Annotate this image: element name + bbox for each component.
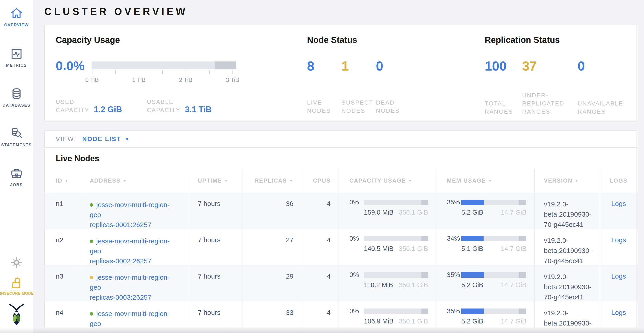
under-replicated-ranges-count: 37: [522, 59, 578, 74]
live-nodes-count: 8: [307, 59, 342, 74]
page-title: CLUSTER OVERVIEW: [44, 5, 637, 18]
node-replicas: 27: [242, 229, 302, 266]
sidebar-item-databases[interactable]: DATABASES: [0, 87, 33, 108]
table-row: n1 jesse-movr-multi-region-georeplicas-0…: [45, 193, 636, 229]
unavailable-ranges-count: 0: [578, 59, 636, 74]
tick-label: 3 TiB: [226, 77, 239, 84]
node-uptime: 7 hours: [189, 265, 242, 302]
column-header-mem-usage[interactable]: MEM USAGE▼: [436, 169, 535, 193]
dead-nodes-count: 0: [376, 59, 410, 74]
tick-label: 0 TiB: [85, 77, 98, 84]
node-mem-usage: 35% 5.2 GiB14.7 GiB: [436, 193, 535, 230]
node-mem-usage: 35% 5.2 GiB14.7 GiB: [436, 301, 535, 328]
capacity-percent: 0.0%: [56, 59, 92, 73]
column-header-logs: LOGS: [600, 169, 637, 193]
node-version: v19.2.0- beta.20190930- 70-g445ec41: [535, 265, 600, 302]
column-header-capacity-usage[interactable]: CAPACITY USAGE▼: [339, 169, 436, 193]
settings-button[interactable]: [0, 256, 33, 269]
capacity-bar: [364, 308, 428, 314]
node-logs-cell: Logs: [600, 265, 637, 302]
mem-total: 14.7 GiB: [501, 245, 526, 252]
insecure-mode-indicator[interactable]: INSECURE MODE: [0, 276, 33, 296]
mem-total: 14.7 GiB: [501, 281, 526, 289]
mem-bar: [461, 200, 526, 205]
column-header-replicas[interactable]: REPLICAS▼: [242, 169, 302, 193]
mem-bar: [461, 272, 526, 278]
node-capacity-usage: 0% 159.0 MiB350.1 GiB: [339, 193, 436, 230]
sort-arrow-icon: ▼: [289, 179, 294, 183]
main-content: CLUSTER OVERVIEW Capacity Usage 0.0%: [33, 0, 644, 333]
table-row: n2 jesse-movr-multi-region-georeplicas-0…: [45, 229, 636, 265]
node-address-cell: jesse-movr-multi-region-georeplicas-0004…: [80, 301, 189, 328]
node-logs-cell: Logs: [600, 301, 637, 328]
capacity-bar: [364, 200, 428, 205]
logs-link[interactable]: Logs: [611, 236, 626, 244]
node-status-dot: [90, 239, 93, 243]
logs-link[interactable]: Logs: [611, 200, 626, 207]
capacity-percent: 0%: [350, 235, 362, 242]
sidebar-item-label: JOBS: [0, 183, 33, 187]
sidebar-item-metrics[interactable]: METRICS: [0, 47, 33, 68]
sort-arrow-icon: ▼: [575, 179, 579, 183]
live-nodes-heading: Live Nodes: [56, 154, 636, 163]
node-mem-usage: 34% 5.1 GiB14.7 GiB: [436, 229, 535, 266]
column-header-version[interactable]: VERSION▼: [535, 169, 600, 193]
metrics-icon: [10, 47, 23, 61]
node-mem-usage: 35% 5.2 GiB14.7 GiB: [436, 265, 535, 302]
node-uptime: 7 hours: [189, 193, 242, 230]
view-dropdown[interactable]: NODE LIST ▼: [82, 136, 130, 143]
node-address-link[interactable]: jesse-movr-multi-region-georeplicas-0001…: [90, 201, 170, 228]
total-ranges-count: 100: [485, 59, 522, 74]
sidebar-item-jobs[interactable]: JOBS: [0, 167, 33, 187]
usable-capacity-label: USABLE CAPACITY: [147, 98, 180, 114]
capacity-usage-title: Capacity Usage: [56, 35, 307, 45]
node-address-cell: jesse-movr-multi-region-georeplicas-0003…: [80, 265, 189, 302]
logs-link[interactable]: Logs: [611, 309, 626, 316]
gear-icon: [10, 256, 23, 269]
chevron-down-icon: ▼: [125, 136, 130, 142]
capacity-used: 110.2 MiB: [364, 281, 393, 289]
dead-nodes-label: DEAD NODES: [376, 98, 410, 115]
used-capacity-label: USED CAPACITY: [56, 98, 89, 114]
node-capacity-usage: 0% 140.5 MiB350.1 GiB: [339, 229, 436, 266]
mem-used: 5.2 GiB: [461, 209, 483, 216]
mem-percent: 34%: [447, 235, 460, 242]
live-nodes-label: LIVE NODES: [307, 98, 342, 115]
used-capacity: USED CAPACITY 1.2 GiB: [56, 98, 147, 114]
mem-bar: [461, 236, 526, 241]
node-uptime: 7 hours: [189, 301, 242, 328]
sort-arrow-icon: ▼: [408, 179, 412, 183]
capacity-gauge: 0.0% 0 TiB 1 TiB 2 TiB: [56, 59, 307, 83]
node-address-cell: jesse-movr-multi-region-georeplicas-0001…: [80, 193, 189, 230]
node-address-link[interactable]: jesse-movr-multi-region-georeplicas-0002…: [90, 237, 170, 265]
capacity-percent: 0%: [350, 307, 362, 315]
node-address-cell: jesse-movr-multi-region-georeplicas-0002…: [80, 229, 189, 266]
unavailable-ranges-label: UNAVAILABLE RANGES: [578, 99, 636, 116]
usable-capacity-value: 3.1 TiB: [185, 105, 212, 114]
capacity-total: 350.1 GiB: [399, 281, 428, 289]
sidebar-item-statements[interactable]: STATEMENTS: [0, 127, 33, 147]
column-header-address[interactable]: ADDRESS▼: [80, 169, 189, 193]
column-header-id[interactable]: ID▼: [45, 169, 80, 193]
node-id: n2: [45, 229, 80, 266]
mem-total: 14.7 GiB: [501, 317, 526, 325]
node-id: n3: [45, 265, 80, 302]
mem-percent: 35%: [447, 271, 460, 278]
insecure-mode-label: INSECURE MODE: [0, 291, 33, 296]
suspect-nodes-label: SUSPECT NODES: [342, 98, 376, 115]
capacity-total: 350.1 GiB: [399, 209, 428, 216]
node-version: v19.2.0- beta.20190930- 70-g445ec41: [535, 193, 600, 230]
suspect-nodes-count: 1: [342, 59, 376, 74]
sidebar-item-overview[interactable]: OVERVIEW: [0, 7, 33, 28]
node-address-link[interactable]: jesse-movr-multi-region-georeplicas-0004…: [90, 310, 170, 328]
column-header-uptime[interactable]: UPTIME▼: [189, 169, 242, 193]
used-capacity-value: 1.2 GiB: [94, 105, 122, 114]
mem-percent: 35%: [447, 198, 460, 206]
node-address-link[interactable]: jesse-movr-multi-region-georeplicas-0003…: [90, 273, 170, 301]
node-capacity-usage: 0% 110.2 MiB350.1 GiB: [339, 265, 436, 302]
node-status-dot: [90, 276, 93, 279]
sidebar-item-label: METRICS: [0, 63, 33, 68]
logs-link[interactable]: Logs: [611, 272, 626, 280]
sidebar: OVERVIEW METRICS DATABASES: [0, 0, 33, 333]
sort-arrow-icon: ▼: [123, 179, 127, 183]
